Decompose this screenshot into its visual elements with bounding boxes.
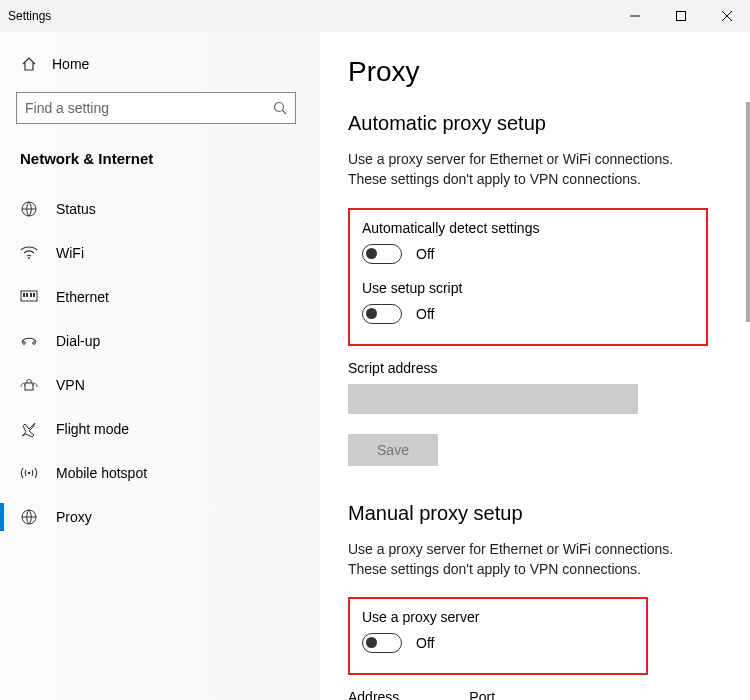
script-address-field[interactable]	[348, 384, 638, 414]
auto-detect-state: Off	[416, 246, 434, 262]
sidebar-item-label: Status	[56, 201, 96, 217]
sidebar-item-dialup[interactable]: Dial-up	[16, 319, 320, 363]
address-label: Address	[348, 689, 399, 700]
manual-section-desc: Use a proxy server for Ethernet or WiFi …	[348, 539, 708, 580]
manual-section-heading: Manual proxy setup	[348, 502, 730, 525]
category-header: Network & Internet	[20, 150, 320, 167]
window-controls	[612, 0, 750, 32]
sidebar-item-label: WiFi	[56, 245, 84, 261]
sidebar-item-label: VPN	[56, 377, 85, 393]
scrollbar[interactable]	[746, 102, 750, 322]
search-input[interactable]: Find a setting	[16, 92, 296, 124]
svg-point-16	[28, 472, 31, 475]
wifi-icon	[20, 246, 38, 260]
sidebar-item-wifi[interactable]: WiFi	[16, 231, 320, 275]
ethernet-icon	[20, 290, 38, 304]
home-icon	[20, 56, 38, 72]
dialup-icon	[20, 334, 38, 348]
sidebar-item-label: Ethernet	[56, 289, 109, 305]
use-proxy-state: Off	[416, 635, 434, 651]
content-area: Proxy Automatic proxy setup Use a proxy …	[320, 32, 750, 700]
auto-section-desc: Use a proxy server for Ethernet or WiFi …	[348, 149, 708, 190]
home-label: Home	[52, 56, 89, 72]
svg-line-5	[283, 111, 287, 115]
home-nav[interactable]: Home	[16, 48, 320, 80]
sidebar-item-label: Mobile hotspot	[56, 465, 147, 481]
minimize-button[interactable]	[612, 0, 658, 32]
script-address-label: Script address	[348, 360, 730, 376]
airplane-icon	[20, 420, 38, 438]
sidebar-item-status[interactable]: Status	[16, 187, 320, 231]
titlebar: Settings	[0, 0, 750, 32]
page-title: Proxy	[348, 56, 730, 88]
hotspot-icon	[20, 465, 38, 481]
svg-rect-10	[26, 293, 28, 297]
search-placeholder: Find a setting	[25, 100, 109, 116]
sidebar-item-proxy[interactable]: Proxy	[16, 495, 320, 539]
svg-rect-11	[30, 293, 32, 297]
vpn-icon	[20, 378, 38, 392]
sidebar-item-label: Flight mode	[56, 421, 129, 437]
svg-point-14	[33, 342, 36, 345]
svg-point-13	[23, 342, 26, 345]
use-proxy-toggle[interactable]	[362, 633, 402, 653]
port-label: Port	[469, 689, 495, 700]
sidebar-item-label: Dial-up	[56, 333, 100, 349]
svg-rect-12	[33, 293, 35, 297]
status-icon	[20, 200, 38, 218]
window-title: Settings	[8, 9, 51, 23]
sidebar-item-hotspot[interactable]: Mobile hotspot	[16, 451, 320, 495]
globe-icon	[20, 508, 38, 526]
svg-rect-1	[677, 12, 686, 21]
search-icon	[273, 101, 287, 115]
sidebar-item-label: Proxy	[56, 509, 92, 525]
use-script-state: Off	[416, 306, 434, 322]
svg-rect-9	[23, 293, 25, 297]
auto-detect-label: Automatically detect settings	[362, 220, 694, 236]
maximize-button[interactable]	[658, 0, 704, 32]
sidebar: Home Find a setting Network & Internet S…	[0, 32, 320, 700]
svg-point-7	[28, 257, 30, 259]
svg-rect-15	[25, 383, 33, 390]
use-proxy-label: Use a proxy server	[362, 609, 634, 625]
close-button[interactable]	[704, 0, 750, 32]
sidebar-item-vpn[interactable]: VPN	[16, 363, 320, 407]
save-button[interactable]: Save	[348, 434, 438, 466]
auto-highlight: Automatically detect settings Off Use se…	[348, 208, 708, 346]
sidebar-item-flightmode[interactable]: Flight mode	[16, 407, 320, 451]
manual-highlight: Use a proxy server Off	[348, 597, 648, 675]
use-script-toggle[interactable]	[362, 304, 402, 324]
auto-section-heading: Automatic proxy setup	[348, 112, 730, 135]
sidebar-item-ethernet[interactable]: Ethernet	[16, 275, 320, 319]
use-script-label: Use setup script	[362, 280, 694, 296]
auto-detect-toggle[interactable]	[362, 244, 402, 264]
svg-point-4	[275, 103, 284, 112]
